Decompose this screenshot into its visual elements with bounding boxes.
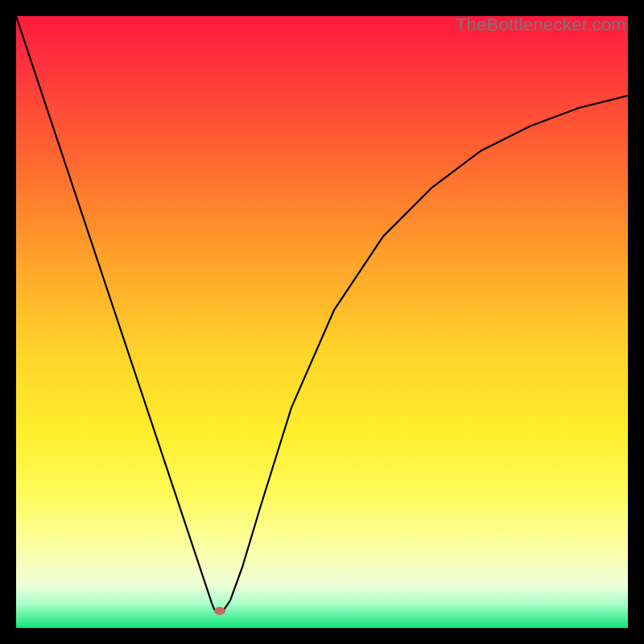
chart-frame: TheBottlenecker.com [16,16,628,628]
chart-curve [16,16,628,628]
chart-marker [214,607,225,615]
